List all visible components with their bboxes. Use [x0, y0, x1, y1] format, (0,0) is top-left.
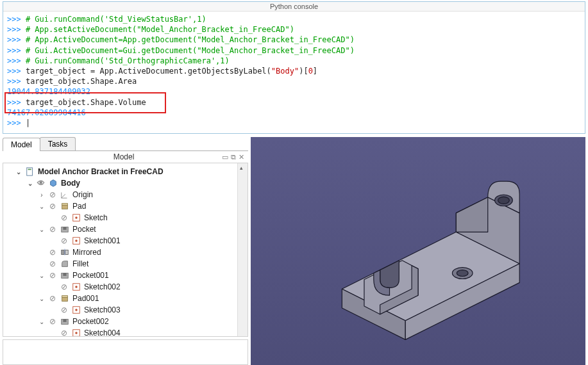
- tree-root[interactable]: ⌄ Model Anchor Bracket in FreeCAD: [15, 166, 248, 177]
- prompt: >>>: [7, 25, 26, 34]
- expand-icon[interactable]: ⌄: [38, 203, 46, 210]
- body-icon: [48, 178, 58, 188]
- panel-float-icon[interactable]: ▭: [222, 153, 228, 161]
- console-line: # Gui.ActiveDocument=Gui.getDocument("Mo…: [26, 46, 355, 55]
- console-result: 74167.02689984416: [7, 108, 86, 117]
- tree-label: Body: [61, 179, 80, 188]
- tab-bar: Model Tasks: [3, 137, 248, 151]
- prompt: >>>: [7, 15, 26, 24]
- tree-label: Sketch003: [84, 305, 121, 314]
- visibility-hidden-icon[interactable]: ⊘: [48, 317, 57, 326]
- tree-label: Pad: [72, 202, 86, 211]
- console-line: # App.setActiveDocument("Model_Anchor_Br…: [26, 25, 294, 34]
- svg-rect-17: [62, 297, 68, 301]
- tree-body[interactable]: ⌄ 👁 Body: [26, 177, 248, 189]
- console-result: 19044.837184409032: [7, 87, 90, 96]
- console-line: target_object.Shape.Area: [26, 77, 137, 86]
- tree-sketch001[interactable]: ⊘Sketch001: [49, 235, 248, 247]
- pocket-icon: [60, 270, 70, 280]
- tab-tasks[interactable]: Tasks: [40, 137, 76, 150]
- property-panel[interactable]: [3, 339, 248, 365]
- console-line: target_object.Shape.Volume: [26, 98, 146, 107]
- tree-scrollbar[interactable]: [237, 163, 248, 336]
- tree-label: Pocket002: [72, 317, 109, 326]
- tree-fillet[interactable]: ⊘Fillet: [38, 258, 248, 270]
- tree-label: Sketch001: [84, 236, 121, 245]
- svg-point-16: [75, 286, 78, 288]
- console-line: # App.ActiveDocument=App.getDocument("Mo…: [26, 35, 355, 44]
- svg-point-9: [75, 239, 78, 242]
- visibility-hidden-icon[interactable]: ⊘: [48, 202, 57, 211]
- sketch-icon: [71, 236, 81, 246]
- visibility-hidden-icon[interactable]: ⊘: [48, 225, 57, 234]
- tree-sketch003[interactable]: ⊘Sketch003: [49, 304, 248, 316]
- visibility-hidden-icon[interactable]: ⊘: [48, 294, 57, 303]
- visibility-icon[interactable]: 👁: [37, 179, 46, 188]
- svg-rect-11: [65, 250, 68, 255]
- tree-label: Sketch004: [84, 328, 121, 337]
- tree-pocket002[interactable]: ⌄⊘Pocket002: [38, 316, 248, 327]
- tree-sketch002[interactable]: ⊘Sketch002: [49, 281, 248, 293]
- prompt: >>>: [7, 98, 26, 107]
- panel-header: Model ▭ ⧉ ✕: [3, 151, 248, 163]
- visibility-hidden-icon[interactable]: ⊘: [48, 271, 57, 280]
- sketch-icon: [71, 213, 81, 223]
- prompt: >>>: [7, 35, 26, 44]
- model-tree[interactable]: ⌄ Model Anchor Bracket in FreeCAD ⌄ 👁: [3, 163, 248, 337]
- tree-sketch004[interactable]: ⊘Sketch004: [49, 327, 248, 337]
- expand-icon[interactable]: ›: [38, 191, 46, 199]
- tree-sketch[interactable]: ⊘Sketch: [49, 212, 248, 223]
- console-cursor[interactable]: |: [26, 118, 30, 127]
- expand-icon[interactable]: ⌄: [15, 168, 22, 175]
- expand-icon[interactable]: ⌄: [38, 318, 46, 325]
- visibility-hidden-icon[interactable]: ⊘: [60, 328, 69, 337]
- visibility-hidden-icon[interactable]: ⊘: [60, 305, 69, 314]
- sketch-icon: [71, 305, 81, 315]
- tree-pad[interactable]: ⌄⊘Pad: [38, 200, 248, 212]
- expand-icon[interactable]: ⌄: [38, 226, 46, 233]
- tree-origin[interactable]: ›⊘Origin: [38, 189, 248, 200]
- origin-icon: [60, 190, 70, 200]
- visibility-hidden-icon[interactable]: ⊘: [48, 248, 57, 257]
- expand-icon[interactable]: ⌄: [26, 180, 34, 187]
- expand-icon[interactable]: ⌄: [38, 272, 46, 279]
- tree-label: Pocket001: [72, 271, 109, 280]
- prompt: >>>: [7, 46, 26, 55]
- tree-pocket[interactable]: ⌄⊘Pocket: [38, 223, 248, 235]
- panel-detach-icon[interactable]: ⧉: [231, 153, 236, 161]
- 3d-viewport[interactable]: [251, 137, 585, 365]
- prompt: >>>: [7, 67, 26, 76]
- expand-icon[interactable]: ⌄: [38, 295, 46, 302]
- fillet-icon: [60, 259, 70, 269]
- svg-rect-7: [63, 227, 66, 230]
- tree-label: Model Anchor Bracket in FreeCAD: [38, 167, 164, 176]
- prompt: >>>: [7, 77, 26, 86]
- svg-rect-14: [63, 273, 66, 276]
- svg-rect-1: [28, 169, 31, 170]
- console-line: # Gui.runCommand('Std_OrthographicCamera…: [26, 56, 230, 65]
- tree-label: Sketch: [84, 213, 108, 222]
- visibility-hidden-icon[interactable]: ⊘: [48, 190, 57, 199]
- model-panel: Model Tasks Model ▭ ⧉ ✕ ⌄: [3, 137, 248, 365]
- prompt: >>>: [7, 56, 26, 65]
- visibility-hidden-icon[interactable]: ⊘: [60, 213, 69, 222]
- visibility-hidden-icon[interactable]: ⊘: [60, 236, 69, 245]
- tree-label: Sketch002: [84, 282, 121, 291]
- tree-mirrored[interactable]: ⊘Mirrored: [38, 247, 248, 258]
- sketch-icon: [71, 282, 81, 292]
- tree-label: Pocket: [72, 225, 96, 234]
- pocket-icon: [60, 224, 70, 234]
- tree-pocket001[interactable]: ⌄⊘Pocket001: [38, 270, 248, 281]
- tree-label: Pad001: [72, 294, 99, 303]
- svg-point-20: [75, 309, 78, 311]
- tab-model[interactable]: Model: [3, 138, 40, 151]
- pad-icon: [60, 201, 70, 211]
- panel-close-icon[interactable]: ✕: [239, 153, 244, 161]
- visibility-hidden-icon[interactable]: ⊘: [60, 282, 69, 291]
- console-title: Python console: [3, 2, 585, 12]
- python-console[interactable]: >>> # Gui.runCommand('Std_ViewStatusBar'…: [3, 12, 585, 133]
- tree-pad001[interactable]: ⌄⊘Pad001: [38, 293, 248, 304]
- visibility-hidden-icon[interactable]: ⊘: [48, 259, 57, 268]
- tree-label: Mirrored: [72, 248, 101, 257]
- svg-rect-3: [62, 204, 68, 206]
